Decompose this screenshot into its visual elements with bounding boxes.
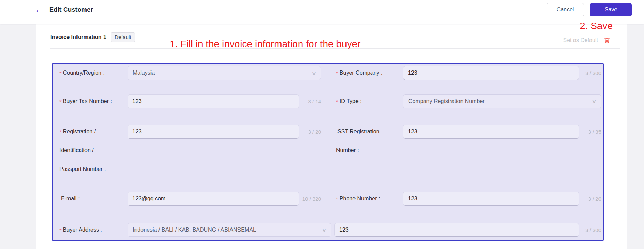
country-region-label: * Country/Region :	[59, 70, 128, 76]
save-button[interactable]: Save	[590, 3, 632, 16]
buyer-company-counter: 3 / 300	[579, 70, 601, 76]
email-label: E-mail :	[59, 196, 128, 202]
registration-number-label: * Registration / Identification / Passpo…	[59, 125, 128, 181]
buyer-company-label: * Buyer Company :	[336, 70, 403, 76]
buyer-company-input-box	[403, 66, 579, 80]
required-asterisk: *	[336, 99, 338, 104]
required-asterisk: *	[59, 129, 62, 134]
required-asterisk: *	[336, 70, 338, 76]
form-row: E-mail : 10 / 320 * Phone Number : 3 / 2…	[59, 192, 601, 206]
buyer-tax-number-label: * Buyer Tax Number :	[59, 98, 128, 105]
sst-number-counter: 3 / 35	[579, 129, 601, 135]
buyer-address-label: * Buyer Address :	[59, 227, 128, 233]
registration-number-input-box	[128, 125, 299, 139]
id-type-select[interactable]: Company Registration Number ∨	[403, 94, 601, 108]
required-asterisk: *	[59, 227, 62, 233]
annotation-step2-save: 2. Save	[580, 19, 613, 33]
set-as-default-link[interactable]: Set as Default	[563, 37, 598, 43]
chevron-down-icon: ∨	[311, 70, 317, 76]
cancel-button[interactable]: Cancel	[547, 3, 584, 16]
sst-number-input-box	[403, 125, 579, 139]
phone-number-input-box	[403, 192, 579, 206]
buyer-address-input-box	[334, 223, 579, 237]
chevron-down-icon: ∨	[321, 227, 327, 233]
required-asterisk: *	[336, 196, 338, 201]
invoice-card: Invoice Information 1 Default Set as Def…	[36, 24, 627, 249]
default-badge: Default	[111, 32, 136, 42]
country-region-select[interactable]: Malaysia ∨	[128, 66, 321, 80]
form-row: * Buyer Address : Indonesia / BALI / KAB…	[59, 223, 601, 237]
back-arrow-icon[interactable]: ←	[35, 6, 43, 14]
buyer-address-region-select[interactable]: Indonesia / BALI / KAB. BADUNG / ABIANSE…	[128, 223, 331, 237]
phone-number-counter: 3 / 20	[579, 196, 601, 202]
id-type-label: * ID Type :	[336, 98, 403, 105]
trash-icon[interactable]	[603, 37, 611, 44]
invoice-form-panel: * Country/Region : Malaysia ∨ * Buyer Co…	[52, 63, 604, 241]
top-header-bar: ← Edit Customer Cancel Save	[0, 0, 644, 24]
email-input[interactable]	[132, 196, 295, 202]
required-asterisk: *	[59, 99, 62, 104]
phone-number-input[interactable]	[408, 196, 575, 202]
buyer-tax-number-input[interactable]	[132, 98, 295, 105]
form-row: * Registration / Identification / Passpo…	[59, 125, 601, 177]
buyer-address-counter: 3 / 300	[579, 227, 601, 233]
page-title: Edit Customer	[49, 6, 93, 14]
email-input-box	[128, 192, 299, 206]
chevron-down-icon: ∨	[592, 98, 597, 105]
buyer-tax-number-input-box	[128, 94, 299, 108]
annotation-step1-fill: 1. Fill in the invoice information for t…	[170, 38, 360, 51]
buyer-address-input[interactable]	[339, 227, 575, 233]
phone-number-label: * Phone Number :	[336, 196, 403, 202]
sst-number-input[interactable]	[408, 128, 575, 135]
buyer-company-input[interactable]	[408, 70, 575, 76]
email-counter: 10 / 320	[299, 196, 321, 202]
section-title: Invoice Information 1	[50, 34, 106, 40]
required-asterisk: *	[59, 70, 62, 76]
form-row: * Buyer Tax Number : 3 / 14 * ID Type : …	[59, 94, 601, 108]
form-row: * Country/Region : Malaysia ∨ * Buyer Co…	[59, 66, 601, 80]
registration-number-input[interactable]	[132, 128, 295, 135]
sst-number-label: SST Registration Number :	[336, 125, 403, 162]
buyer-tax-number-counter: 3 / 14	[299, 99, 321, 105]
registration-number-counter: 3 / 20	[299, 129, 321, 135]
